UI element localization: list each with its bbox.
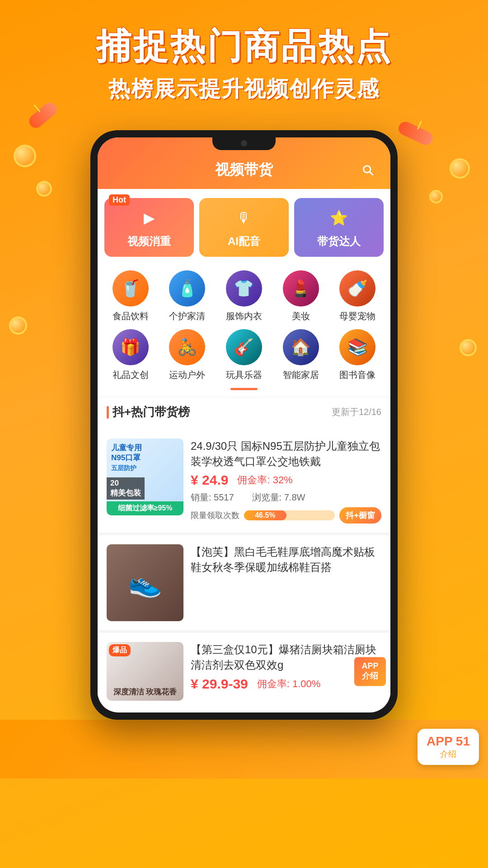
product-title-1: 24.9/30只 国标N95五层防护儿童独立包装学校透气口罩公交地铁戴 — [191, 439, 381, 469]
category-babycare[interactable]: 🍼 母婴宠物 — [333, 270, 382, 322]
app51-text: APP 51 — [427, 734, 470, 749]
category-sports[interactable]: 🚴 运动户外 — [162, 329, 212, 381]
product-commission-3: 佣金率: 1.00% — [257, 677, 321, 691]
product-list: 儿童专用N95口罩五层防护 20精美包装 细菌过滤率≥95% 24.9/30只 … — [98, 429, 390, 710]
header-section: 捕捉热门商品热点 热榜展示提升视频创作灵感 — [0, 0, 488, 103]
feature-card-talent[interactable]: ⭐ 带货达人 — [294, 198, 384, 257]
toys-label: 玩具乐器 — [226, 369, 262, 381]
search-button[interactable] — [359, 161, 377, 179]
beauty-icon: 💄 — [283, 270, 319, 307]
clothing-label: 服饰内衣 — [226, 310, 262, 322]
product-price-1: ¥ 24.9 — [191, 472, 228, 488]
progress-label-1: 限量领取次数 — [191, 510, 239, 521]
books-label: 图书音像 — [339, 369, 375, 381]
app-title: 视频带货 — [129, 160, 359, 180]
product-img-2: 👟 — [107, 544, 183, 621]
svg-line-1 — [370, 172, 372, 175]
gifts-label: 礼品文创 — [113, 369, 149, 381]
category-row-1: 🥤 食品饮料 🧴 个护家清 👕 服饰内衣 💄 美妆 — [102, 270, 386, 322]
product-price-3: ¥ 29.9-39 — [191, 676, 248, 692]
price-row-3: ¥ 29.9-39 佣金率: 1.00% — [191, 676, 381, 692]
star-icon: ⭐ — [327, 206, 351, 230]
personal-label: 个护家清 — [169, 310, 205, 322]
progress-text: 46.5% — [255, 511, 275, 519]
hot-list-title: 抖+热门带货榜 — [113, 404, 190, 420]
explosion-badge: 爆品 — [109, 644, 131, 656]
phone-screen: 视频带货 Hot ▶ 视频消重 🎙 AI配音 — [98, 137, 390, 712]
product-img-overlay: 细菌过滤率≥95% — [107, 501, 183, 515]
progress-bar-fill: 46.5% — [244, 510, 286, 520]
product-commission-1: 佣金率: 32% — [237, 473, 292, 487]
product-card-1[interactable]: 儿童专用N95口罩五层防护 20精美包装 细菌过滤率≥95% 24.9/30只 … — [98, 429, 390, 533]
categories-section: 🥤 食品饮料 🧴 个护家清 👕 服饰内衣 💄 美妆 — [98, 264, 390, 397]
gifts-icon: 🎁 — [113, 329, 149, 365]
personal-icon: 🧴 — [169, 270, 205, 307]
toys-icon: 🎸 — [226, 329, 262, 365]
app51-badge: APP 51 介绍 — [418, 729, 479, 765]
category-food[interactable]: 🥤 食品饮料 — [106, 270, 155, 322]
phone-container: 视频带货 Hot ▶ 视频消重 🎙 AI配音 — [0, 130, 488, 720]
sports-label: 运动户外 — [169, 369, 205, 381]
progress-row-1: 限量领取次数 46.5% 抖+橱窗 — [191, 507, 381, 524]
product-img-badge: 20精美包装 — [107, 477, 145, 500]
beauty-label: 美妆 — [292, 310, 310, 322]
video-card-label: 视频消重 — [127, 234, 171, 249]
talent-card-label: 带货达人 — [317, 234, 361, 249]
food-label: 食品饮料 — [113, 310, 149, 322]
video-icon: ▶ — [137, 206, 161, 230]
stats-row-1: 销量: 5517 浏览量: 7.8W — [191, 491, 381, 504]
food-icon: 🥤 — [113, 270, 149, 307]
update-time: 更新于12/16 — [332, 406, 381, 418]
product-img-3: 爆品 深度清洁 玫瑰花香 — [107, 642, 183, 701]
category-beauty[interactable]: 💄 美妆 — [276, 270, 326, 322]
views-stat: 浏览量: 7.8W — [252, 491, 305, 504]
babycare-icon: 🍼 — [339, 270, 375, 307]
books-icon: 📚 — [339, 329, 375, 365]
clothing-icon: 👕 — [226, 270, 262, 307]
feature-cards: Hot ▶ 视频消重 🎙 AI配音 ⭐ 带货达人 — [98, 189, 390, 264]
sales-stat: 销量: 5517 — [191, 491, 234, 504]
phone-camera — [241, 140, 247, 146]
category-clothing[interactable]: 👕 服饰内衣 — [219, 270, 269, 322]
category-gifts[interactable]: 🎁 礼品文创 — [106, 329, 155, 381]
feature-card-video[interactable]: Hot ▶ 视频消重 — [104, 198, 194, 257]
category-personal[interactable]: 🧴 个护家清 — [162, 270, 212, 322]
hot-badge: Hot — [109, 194, 130, 206]
category-books[interactable]: 📚 图书音像 — [333, 329, 382, 381]
sub-title: 热榜展示提升视频创作灵感 — [0, 75, 488, 103]
price-row-1: ¥ 24.9 佣金率: 32% — [191, 472, 381, 488]
product-title-3: 【第三盒仅10元】爆猪洁厕块箱洁厕块清洁剂去双色双效g — [191, 642, 381, 672]
product-card-2[interactable]: 👟 【泡芙】黑白毛毛鞋厚底增高魔术贴板鞋女秋冬季保暖加绒棉鞋百搭 — [98, 535, 390, 630]
sports-icon: 🚴 — [169, 329, 205, 365]
app-intro-badge[interactable]: APP 介绍 — [354, 657, 386, 686]
shoes-img-bg: 👟 — [107, 544, 183, 621]
main-title: 捕捉热门商品热点 — [0, 27, 488, 66]
tab-indicator — [230, 388, 258, 390]
product-img-label: 儿童专用N95口罩五层防护 — [111, 443, 142, 473]
hot-list-header: 抖+热门带货榜 更新于12/16 — [98, 397, 390, 427]
mic-icon: 🎙 — [232, 206, 256, 230]
smarthome-icon: 🏠 — [283, 329, 319, 365]
app51-sub: 介绍 — [440, 749, 456, 760]
ai-card-label: AI配音 — [228, 234, 260, 249]
search-icon — [361, 164, 374, 176]
product-card-3[interactable]: 爆品 深度清洁 玫瑰花香 【第三盒仅10元】爆猪洁厕块箱洁厕块清洁剂去双色双效g… — [98, 633, 390, 710]
phone-frame: 视频带货 Hot ▶ 视频消重 🎙 AI配音 — [90, 130, 398, 720]
category-row-2: 🎁 礼品文创 🚴 运动户外 🎸 玩具乐器 🏠 智能家居 — [102, 329, 386, 381]
shoes-icon: 👟 — [128, 567, 162, 599]
category-smarthome[interactable]: 🏠 智能家居 — [276, 329, 326, 381]
hot-list-title-wrap: 抖+热门带货榜 — [107, 404, 190, 420]
product-title-2: 【泡芙】黑白毛毛鞋厚底增高魔术贴板鞋女秋冬季保暖加绒棉鞋百搭 — [191, 544, 381, 575]
bottom-section: APP 51 介绍 — [0, 720, 488, 778]
product-info-1: 24.9/30只 国标N95五层防护儿童独立包装学校透气口罩公交地铁戴 ¥ 24… — [191, 439, 381, 524]
platform-btn-1[interactable]: 抖+橱窗 — [339, 507, 381, 524]
product-info-2: 【泡芙】黑白毛毛鞋厚底增高魔术贴板鞋女秋冬季保暖加绒棉鞋百搭 — [191, 544, 381, 621]
progress-bar-wrap: 46.5% — [244, 510, 335, 520]
orange-bar — [107, 406, 109, 419]
product-info-3: 【第三盒仅10元】爆猪洁厕块箱洁厕块清洁剂去双色双效g ¥ 29.9-39 佣金… — [191, 642, 381, 701]
product-img-1: 儿童专用N95口罩五层防护 20精美包装 细菌过滤率≥95% — [107, 439, 183, 515]
smarthome-label: 智能家居 — [283, 369, 319, 381]
product-3-label: 深度清洁 玫瑰花香 — [111, 687, 179, 697]
category-toys[interactable]: 🎸 玩具乐器 — [219, 329, 269, 381]
feature-card-ai[interactable]: 🎙 AI配音 — [199, 198, 289, 257]
